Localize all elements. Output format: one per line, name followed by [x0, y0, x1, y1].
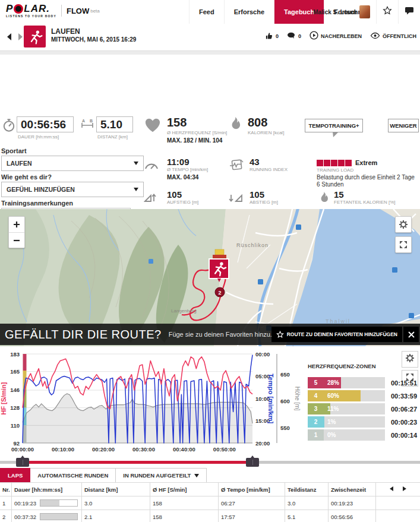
lap-2-marker[interactable]: 2	[215, 287, 225, 297]
weniger-button[interactable]: WENIGER	[388, 119, 419, 132]
feeling-select[interactable]: GEFÜHL HINZUFÜGEN	[1, 182, 144, 197]
beta-badge: beta	[90, 8, 100, 14]
col-header-hf: Ø HF [S/min]	[150, 483, 219, 496]
calories-value: 808	[248, 116, 267, 128]
nav-item-erforsche[interactable]: Erforsche	[224, 0, 274, 24]
zoom-out-button[interactable]	[9, 233, 24, 248]
cell-distanz: 2.1	[82, 510, 150, 522]
sport-select-value: LAUFEN	[7, 160, 32, 167]
chart-settings-button[interactable]	[402, 351, 418, 368]
running-index-label: RUNNING INDEX	[250, 167, 288, 172]
hr-zones-panel: HERZFREQUENZ-ZONEN 5 28% 00:15:51 4 60% …	[305, 351, 420, 446]
map-settings-button[interactable]	[395, 216, 412, 233]
cell-tempo: 06:27	[219, 496, 285, 510]
zone-percent: 11%	[327, 403, 339, 415]
tab-laps[interactable]: LAPS	[0, 468, 30, 483]
zone-time: 00:00:14	[391, 429, 417, 441]
svg-text:00:00:00: 00:00:00	[11, 446, 34, 453]
svg-text:00:30:00: 00:30:00	[132, 446, 155, 453]
laps-tabs: LAPS AUTOMATISCHE RUNDEN IN RUNDEN AUFGE…	[0, 468, 207, 483]
add-route-favorite-button[interactable]: ROUTE ZU DEINEN FAVORITEN HINZUFÜGEN	[271, 327, 402, 342]
play-circle-icon	[310, 31, 318, 41]
comment-count: 0	[298, 33, 301, 39]
svg-text:00:00: 00:00	[255, 351, 270, 358]
comment-button[interactable]: 0	[287, 32, 301, 40]
feeling-field-label: Wie geht es dir?	[1, 173, 52, 181]
duration-input[interactable]	[17, 116, 74, 132]
svg-text:600: 600	[280, 398, 290, 404]
running-index-icon	[229, 158, 245, 175]
avatar[interactable]	[359, 5, 370, 18]
zone-bar-track: 60%	[324, 390, 385, 401]
route-favorite-banner: GEFÄLLT DIR DIE ROUTE? Füge sie zu deine…	[0, 324, 420, 345]
top-nav: PLAR. LISTENS TO YOUR BODY FLOW beta Fee…	[0, 0, 420, 24]
svg-text:HF [S/min]: HF [S/min]	[0, 382, 7, 415]
visibility-button[interactable]: ÖFFENTLICH	[370, 32, 416, 40]
zone-time: 00:06:27	[391, 403, 417, 415]
hr-label: Ø HERZFREQUENZ [S/min]	[167, 130, 227, 135]
sport-field-label: Sportart	[1, 147, 27, 154]
table-row-lap-2[interactable]: 2 00:37:32 2.1 158 17:57 5.1 00:56:56	[0, 510, 420, 522]
tempo-max: MAX. 04:34	[167, 174, 198, 181]
svg-text:Tempo [min/km]: Tempo [min/km]	[267, 374, 274, 423]
slider-right-handle[interactable]	[246, 458, 259, 467]
zone-number: 2	[308, 416, 324, 428]
messages-button[interactable]	[398, 0, 420, 24]
col-header-nr: Nr.	[0, 483, 12, 496]
favorites-star-button[interactable]	[376, 0, 398, 24]
svg-text:146: 146	[10, 387, 20, 393]
training-curves-chart[interactable]: 9211012814616518300:00:0000:10:0000:20:0…	[0, 346, 304, 455]
col-header-tempo: Ø Tempo [min/km]	[219, 483, 285, 496]
table-pagination	[376, 483, 420, 496]
page-prev-button[interactable]	[389, 486, 394, 493]
zone-percent: 60%	[327, 390, 339, 401]
tab-automatische-runden[interactable]: AUTOMATISCHE RUNDEN	[30, 468, 116, 483]
cell-empty	[376, 510, 420, 522]
thumb-up-icon	[265, 31, 273, 41]
laps-table: Nr. Dauer [hh:mm:ss] Distanz [km] Ø HF […	[0, 482, 420, 522]
cell-teildistanz: 5.1	[285, 510, 329, 522]
banner-title: GEFÄLLT DIR DIE ROUTE?	[5, 328, 162, 341]
slider-left-handle[interactable]	[16, 458, 29, 467]
nav-item-feed[interactable]: Feed	[189, 0, 224, 24]
prev-session-button[interactable]	[6, 32, 14, 42]
running-sport-icon	[24, 26, 46, 48]
fat-label: FETTANTEIL KALORIEN [%]	[334, 200, 396, 205]
route-map[interactable]: 2 Rüschlikon Langenberg Thalwil GEFÄLLT …	[0, 209, 420, 346]
banner-close-button[interactable]	[403, 327, 419, 342]
map-fullscreen-button[interactable]	[395, 236, 412, 253]
session-title: LAUFEN	[51, 27, 80, 36]
chevron-down-icon	[134, 188, 138, 191]
zone-percent: 0%	[327, 429, 336, 441]
map-label-langenberg: Langenberg	[171, 308, 197, 314]
route-start-marker[interactable]	[209, 259, 229, 282]
zoom-in-button[interactable]	[9, 217, 24, 233]
duration-bar	[40, 513, 78, 520]
tempotraining-button[interactable]: TEMPOTRAINING+	[305, 119, 363, 132]
ascent-value: 105	[167, 190, 182, 199]
gauge-icon	[144, 159, 159, 172]
running-index-value: 43	[250, 157, 260, 166]
analysis-section: 9211012814616518300:00:0000:10:0000:20:0…	[0, 346, 420, 522]
page-next-button[interactable]	[402, 486, 407, 493]
descent-value: 105	[250, 190, 264, 199]
like-button[interactable]: 0	[265, 31, 279, 41]
hr-zone-row-4: 4 60% 00:33:59	[308, 390, 418, 401]
cell-zwischenzeit: 00:56:56	[329, 510, 376, 522]
tab-in-runden-aufgeteilt[interactable]: IN RUNDEN AUFGETEILT	[116, 468, 207, 483]
zone-number: 4	[308, 390, 324, 401]
distance-input[interactable]	[96, 116, 133, 132]
table-row-lap-1[interactable]: 1 00:19:23 3.0 158 06:27 3.0 00:19:23	[0, 496, 420, 510]
user-name[interactable]: Malick S. Loum	[313, 9, 356, 15]
summary-panel: DAUER [hh:mm:ss] AB DISTANZ [km] Sportar…	[0, 55, 420, 209]
polar-flow-logo[interactable]: PLAR. LISTENS TO YOUR BODY FLOW beta	[6, 4, 100, 18]
relive-button[interactable]: NACHERLEBEN	[310, 31, 362, 41]
svg-text:00:10:00: 00:10:00	[52, 446, 74, 453]
sport-select[interactable]: LAUFEN	[1, 156, 144, 171]
slider-selected-range[interactable]	[23, 461, 252, 464]
flow-wordmark: FLOW	[67, 7, 89, 15]
tab-label: IN RUNDEN AUFGETEILT	[123, 472, 191, 479]
gear-icon	[399, 220, 408, 229]
descent-label: ABSTIEG [m]	[250, 200, 278, 205]
cell-hf: 158	[150, 510, 219, 522]
